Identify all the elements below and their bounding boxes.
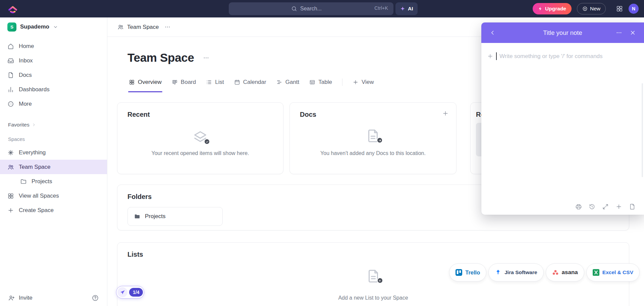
note-more-button[interactable] — [616, 30, 622, 36]
rocket-icon — [117, 287, 127, 297]
sidebar-item-team-space[interactable]: Team Space — [0, 160, 107, 174]
plus-icon — [487, 53, 493, 59]
tab-label: Gantt — [285, 79, 300, 86]
calendar-icon — [234, 79, 240, 85]
tab-list[interactable]: List — [206, 76, 224, 88]
lists-empty-text: Add a new List to your Space — [117, 295, 629, 301]
topbar-search-group: Ctrl+K AI — [229, 2, 418, 15]
favorites-section-toggle[interactable]: Favorites — [0, 120, 107, 130]
sidebar-item-label: Docs — [19, 72, 32, 79]
note-editor[interactable]: Write something or type '/' for commands — [481, 43, 644, 215]
sidebar-item-label: Everything — [19, 149, 46, 156]
tab-label: List — [215, 79, 224, 86]
sidebar-item-docs[interactable]: Docs — [0, 68, 107, 82]
paper-plane-icon — [120, 290, 125, 295]
chevron-down-icon — [53, 24, 58, 30]
import-excel-csv-button[interactable]: Excel & CSV — [586, 263, 640, 282]
ai-label: AI — [408, 6, 413, 12]
tab-calendar[interactable]: Calendar — [234, 76, 266, 88]
notepad-panel: Title your note Write something or type … — [481, 22, 644, 215]
table-icon — [309, 79, 315, 85]
search-bar[interactable]: Ctrl+K — [229, 2, 393, 15]
page-title-row: Team Space — [127, 50, 209, 65]
folder-icon — [20, 178, 27, 185]
tab-label: Board — [181, 79, 196, 86]
clickup-logo-icon[interactable] — [7, 3, 18, 14]
sidebar-item-everything[interactable]: Everything — [0, 145, 107, 160]
add-view-button[interactable]: View — [353, 76, 374, 88]
notes-list-button[interactable] — [629, 203, 636, 210]
expand-button[interactable] — [602, 203, 609, 210]
invite-button[interactable]: Invite — [8, 295, 33, 301]
list-icon — [206, 79, 212, 85]
text-caret — [496, 52, 497, 60]
sidebar-item-view-all-spaces[interactable]: View all Spaces — [0, 189, 107, 203]
tab-overview[interactable]: Overview — [129, 76, 162, 88]
breadcrumb-more-button[interactable] — [164, 24, 171, 30]
recent-card: Recent Your recent opened items will sho… — [117, 102, 283, 174]
sidebar-item-label: Create Space — [19, 207, 54, 214]
check-icon — [206, 140, 209, 143]
chevron-right-icon — [32, 123, 36, 127]
close-icon — [630, 30, 636, 36]
import-trello-button[interactable]: Trello — [449, 263, 486, 282]
plus-icon — [615, 203, 622, 210]
help-icon[interactable] — [92, 294, 99, 302]
sidebar-item-label: More — [19, 101, 32, 107]
more-circle-icon — [7, 101, 14, 107]
folder-icon — [134, 213, 141, 220]
sidebar-item-create-space[interactable]: Create Space — [0, 203, 107, 217]
new-note-button[interactable] — [615, 203, 622, 210]
tab-label: Overview — [138, 79, 162, 86]
tab-label: Table — [318, 79, 332, 86]
sidebar-item-more[interactable]: More — [0, 97, 107, 111]
tab-gantt[interactable]: Gantt — [276, 76, 300, 88]
plus-circle-icon — [582, 6, 588, 11]
recent-empty-text: Your recent opened items will show here. — [117, 150, 283, 156]
docs-empty-text: You haven't added any Docs to this locat… — [290, 150, 456, 156]
overview-icon — [129, 79, 135, 85]
user-avatar[interactable]: N — [629, 4, 639, 14]
history-icon — [589, 203, 595, 210]
sidebar-item-projects[interactable]: Projects — [0, 174, 107, 189]
sidebar-item-home[interactable]: Home — [0, 39, 107, 53]
add-doc-button[interactable] — [442, 110, 449, 117]
folder-item-label: Projects — [145, 213, 165, 220]
note-close-button[interactable] — [630, 30, 636, 36]
lists-card-title: Lists — [127, 251, 143, 258]
user-plus-icon — [8, 295, 15, 301]
note-editor-line[interactable]: Write something or type '/' for commands — [487, 52, 603, 60]
tab-table[interactable]: Table — [309, 76, 332, 88]
import-label: Excel & CSV — [602, 269, 633, 275]
onboarding-progress-badge: 1/4 — [129, 288, 143, 297]
new-label: New — [590, 6, 600, 12]
import-label: asana — [562, 269, 578, 276]
page-title-more-button[interactable] — [203, 55, 209, 61]
upgrade-button[interactable]: Upgrade — [533, 3, 572, 14]
back-button[interactable] — [489, 30, 496, 36]
recent-card-title: Recent — [127, 111, 150, 118]
bar-chart-icon — [7, 86, 14, 93]
plus-icon — [7, 207, 14, 214]
expand-icon — [602, 203, 609, 210]
workspace-switcher[interactable]: S Supademo — [0, 17, 107, 36]
sidebar-nav: Home Inbox Docs Dashboards More — [0, 39, 107, 111]
new-button[interactable]: New — [577, 3, 606, 14]
note-scrollbar-thumb[interactable] — [642, 83, 643, 177]
topbar-right: Upgrade New N — [533, 0, 639, 17]
onboarding-pill[interactable]: 1/4 — [116, 286, 144, 299]
folder-item-projects[interactable]: Projects — [127, 207, 223, 226]
import-asana-button[interactable]: asana — [546, 263, 584, 282]
breadcrumb[interactable]: Team Space — [117, 24, 159, 31]
search-input[interactable] — [300, 6, 331, 12]
print-button[interactable] — [575, 203, 582, 210]
tab-board[interactable]: Board — [172, 76, 196, 88]
ai-button[interactable]: AI — [395, 2, 418, 15]
sidebar-item-inbox[interactable]: Inbox — [0, 53, 107, 68]
import-jira-button[interactable]: Jira Software — [488, 263, 543, 282]
inbox-icon — [7, 57, 14, 64]
sidebar-item-label: Inbox — [19, 57, 33, 64]
history-button[interactable] — [589, 203, 595, 210]
apps-grid-icon[interactable] — [616, 5, 623, 12]
sidebar-item-dashboards[interactable]: Dashboards — [0, 82, 107, 97]
